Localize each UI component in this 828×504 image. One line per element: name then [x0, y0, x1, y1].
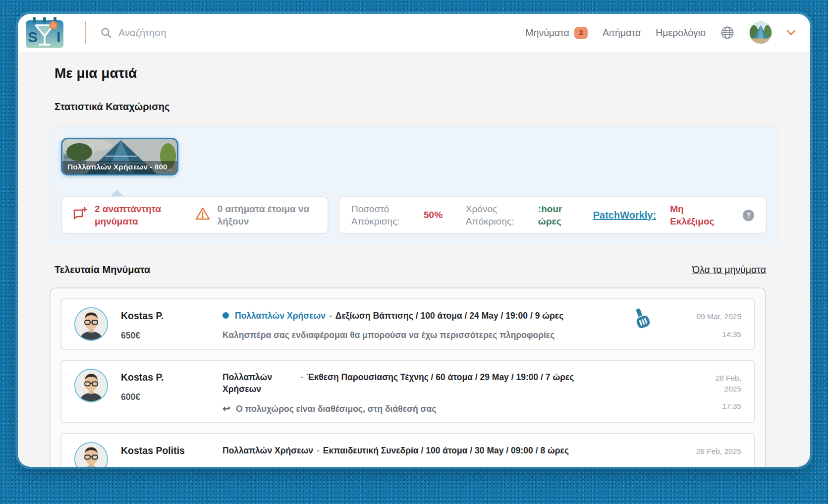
offer-price: 650€ — [121, 331, 222, 341]
stats-row: 2 αναπτάντητα μηνύματα 0 αιτήματα έτοιμα… — [61, 196, 767, 234]
nav-requests-label: Αιτήματα — [603, 27, 641, 39]
message-timestamp: 28 Feb, 2025 17:35 — [702, 369, 741, 412]
title-separator: - — [329, 311, 332, 321]
event-description: Δεξίωση Βάπτισης / 100 άτομα / 24 May / … — [335, 311, 563, 321]
sender-block: Kostas P. 600€ — [121, 369, 222, 402]
preview-text: ok — [236, 466, 246, 467]
patchworkly-stat: PatchWorkly: Μη Εκλέξιμος — [593, 203, 719, 227]
unanswered-messages-stat[interactable]: 2 αναπτάντητα μηνύματα — [72, 203, 173, 227]
message-date: 26 Feb, 2025 — [682, 446, 741, 457]
sender-avatar — [74, 307, 108, 341]
nav-calendar-label: Ημερολόγιο — [656, 27, 706, 39]
message-date: 28 Feb, 2025 — [702, 373, 741, 394]
all-messages-link[interactable]: Όλα τα μηνύματα — [692, 264, 766, 276]
unread-dot — [222, 312, 229, 319]
patchworkly-value: Μη Εκλέξιμος — [670, 203, 719, 227]
header-nav: Μηνύματα 2 Αιτήματα Ημερολόγιο — [525, 21, 795, 44]
sender-avatar — [74, 369, 108, 402]
nav-calendar[interactable]: Ημερολόγιο — [656, 27, 706, 39]
venue-name: Πολλαπλών Χρήσεων — [235, 311, 326, 321]
offer-price: 250€ — [121, 465, 222, 467]
message-body: Πολλαπλών Χρήσεων-Εκπαιδευτική Συνεδρία … — [222, 442, 682, 467]
sender-block: Kostas P. 650€ — [121, 307, 222, 341]
response-time-label: Χρόνος Απόκρισης: — [466, 203, 524, 227]
venue-name: Πολλαπλών Χρήσεων — [222, 372, 297, 395]
stats-heading: Στατιστικά Καταχώρισης — [55, 101, 778, 112]
response-time-value: :hour ώρες — [538, 203, 570, 227]
message-body: Πολλαπλών Χρήσεων - Έκθεση Παρουσίασης Τ… — [222, 369, 702, 414]
message-row[interactable]: Kostas P. 600€ Πολλαπλών Χρήσεων - Έκθεσ… — [60, 360, 755, 423]
message-time: 14:57 — [682, 464, 741, 467]
message-title: Πολλαπλών Χρήσεων - Έκθεση Παρουσίασης Τ… — [222, 372, 702, 395]
message-preview: Καλησπέρα σας ενδιαφέρομαι θα μπορούσα ν… — [222, 330, 682, 340]
svg-text:S: S — [28, 29, 38, 45]
globe-icon[interactable] — [720, 26, 734, 40]
main-content: Με μια ματιά Στατιστικά Καταχώρισης — [18, 65, 810, 467]
message-row[interactable]: Kostas Politis 250€ Πολλαπλών Χρήσεων-Εκ… — [60, 433, 755, 467]
messages-heading: Τελευταία Μηνύματα — [55, 264, 150, 276]
reply-icon: ↩ — [222, 465, 230, 467]
search-input[interactable] — [118, 27, 327, 39]
sender-name: Kostas P. — [121, 372, 222, 383]
sender-name: Kostas P. — [121, 310, 222, 322]
unanswered-messages-text: 2 αναπτάντητα μηνύματα — [95, 203, 173, 227]
sender-block: Kostas Politis 250€ — [121, 442, 222, 467]
event-description: Εκπαιδευτική Συνεδρία / 100 άτομα / 30 M… — [323, 446, 569, 455]
app-logo[interactable]: S I — [25, 16, 64, 49]
preview-text: Καλησπέρα σας ενδιαφέρομαι θα μπορούσα ν… — [222, 330, 554, 340]
nav-messages[interactable]: Μηνύματα 2 — [525, 27, 588, 39]
venue-name: Πολλαπλών Χρήσεων — [222, 446, 313, 455]
message-title: Πολλαπλών Χρήσεων-Εκπαιδευτική Συνεδρία … — [222, 445, 682, 457]
offer-price: 600€ — [121, 392, 222, 402]
page-title: Με μια ματιά — [55, 65, 778, 81]
listing-thumbnail[interactable]: Πολλαπλών Χρήσεων - 800_ — [61, 138, 178, 175]
message-date: 09 Mar, 2025 — [682, 311, 741, 322]
chat-plus-icon — [72, 206, 88, 224]
response-time-stat: Χρόνος Απόκρισης: :hour ώρες — [466, 203, 570, 227]
expiring-requests-text: 0 αιτήματα έτοιμα να λήξουν — [218, 203, 318, 227]
listing-caption: Πολλαπλών Χρήσεων - 800_ — [67, 163, 171, 171]
reply-icon: ↩ — [222, 403, 230, 414]
chevron-down-icon[interactable] — [787, 30, 795, 36]
profile-avatar[interactable] — [749, 21, 772, 44]
message-preview: ↩ Ο πολυχώρος είναι διαθέσιμος, στη διάθ… — [222, 403, 702, 414]
message-time: 14:35 — [682, 329, 741, 340]
message-time: 17:35 — [702, 401, 741, 412]
response-rate-stat: Ποσοστό Απόκρισης: 50% — [351, 203, 442, 227]
message-timestamp: 26 Feb, 2025 14:57 — [682, 442, 741, 467]
message-body: Πολλαπλών Χρήσεων-Δεξίωση Βάπτισης / 100… — [222, 307, 682, 340]
pointer-triangle — [110, 190, 123, 196]
alerts-box: 2 αναπτάντητα μηνύματα 0 αιτήματα έτοιμα… — [61, 196, 329, 234]
message-title: Πολλαπλών Χρήσεων-Δεξίωση Βάπτισης / 100… — [222, 310, 682, 322]
messages-header: Τελευταία Μηνύματα Όλα τα μηνύματα — [50, 264, 778, 276]
preview-text: Ο πολυχώρος είναι διαθέσιμος, στη διάθεσ… — [236, 404, 436, 414]
listing-stats-panel: Πολλαπλών Χρήσεων - 800_ 2 αν — [50, 126, 778, 245]
messages-count-badge: 2 — [574, 27, 588, 39]
top-header: S I Μηνύματα 2 Αιτήματα — [18, 14, 810, 52]
title-separator: - — [317, 446, 320, 455]
header-divider — [85, 21, 86, 44]
warning-triangle-icon — [195, 206, 211, 224]
response-rate-value: 50% — [424, 209, 442, 221]
app-window: S I Μηνύματα 2 Αιτήματα — [18, 14, 810, 467]
patchworkly-link[interactable]: PatchWorkly: — [593, 210, 656, 221]
sender-avatar — [74, 442, 108, 467]
message-preview: ↩ ok — [222, 465, 682, 467]
messages-list: Kostas P. 650€ Πολλαπλών Χρήσεων-Δεξίωση… — [50, 287, 766, 467]
title-separator: - — [300, 372, 303, 384]
nav-messages-label: Μηνύματα — [525, 27, 569, 39]
metrics-box: Ποσοστό Απόκρισης: 50% Χρόνος Απόκρισης:… — [338, 196, 767, 234]
message-timestamp: 09 Mar, 2025 14:35 — [682, 307, 741, 339]
search-icon — [100, 27, 112, 39]
message-row[interactable]: Kostas P. 650€ Πολλαπλών Χρήσεων-Δεξίωση… — [60, 298, 755, 350]
response-rate-label: Ποσοστό Απόκρισης: — [351, 203, 410, 227]
decorative-frame: S I Μηνύματα 2 Αιτήματα — [0, 0, 828, 504]
help-icon[interactable]: ? — [743, 210, 754, 221]
expiring-requests-stat: 0 αιτήματα έτοιμα να λήξουν — [195, 203, 318, 227]
svg-text:I: I — [56, 29, 60, 45]
event-description: Έκθεση Παρουσίασης Τέχνης / 60 άτομα / 2… — [307, 372, 574, 384]
nav-requests[interactable]: Αιτήματα — [603, 27, 641, 39]
sender-name: Kostas Politis — [121, 445, 222, 456]
search-bar — [100, 27, 327, 39]
